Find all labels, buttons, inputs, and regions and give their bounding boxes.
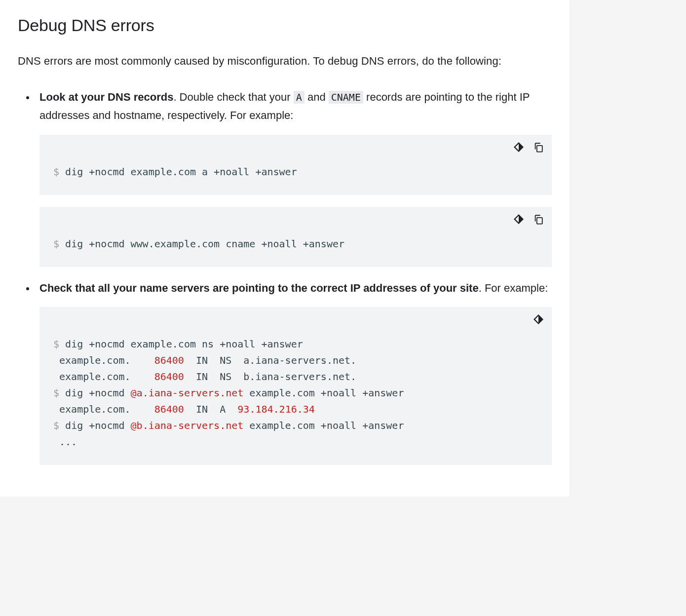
- copy-icon[interactable]: [532, 141, 545, 154]
- code-line: dig +nocmd example.com ns +noall +answer: [59, 338, 303, 350]
- code-output: IN NS b.iana-servers.net.: [184, 371, 356, 383]
- shell-prompt: $: [53, 166, 59, 178]
- page-title: Debug DNS errors: [18, 0, 552, 35]
- steps-list: Look at your DNS records. Double check t…: [18, 88, 552, 465]
- step-2: Check that all your name servers are poi…: [36, 279, 552, 465]
- step-1-text-b: and: [305, 91, 329, 103]
- code-output: example.com.: [53, 371, 154, 383]
- theme-toggle-icon[interactable]: [512, 213, 525, 226]
- step-1-bold: Look at your DNS records: [39, 91, 173, 103]
- code-line: dig +nocmd: [59, 387, 131, 399]
- code-block-3: $ dig +nocmd example.com ns +noall +answ…: [39, 307, 552, 465]
- code-output: IN NS a.iana-servers.net.: [184, 354, 356, 366]
- code-number: 86400: [154, 354, 184, 366]
- shell-prompt: $: [53, 338, 59, 350]
- code-block-2: $ dig +nocmd www.example.com cname +noal…: [39, 207, 552, 267]
- shell-prompt: $: [53, 238, 59, 250]
- code-ip: 93.184.216.34: [237, 403, 315, 415]
- code-block-1: $ dig +nocmd example.com a +noall +answe…: [39, 135, 552, 195]
- code-host: @a.iana-servers.net: [131, 387, 244, 399]
- code-number: 86400: [154, 371, 184, 383]
- theme-toggle-icon[interactable]: [532, 313, 545, 326]
- code-output: example.com.: [53, 403, 154, 415]
- code-line: example.com +noall +answer: [243, 420, 404, 431]
- copy-icon[interactable]: [532, 213, 545, 226]
- code-number: 86400: [154, 403, 184, 415]
- code-line: dig +nocmd example.com a +noall +answer: [59, 166, 297, 178]
- intro-text: DNS errors are most commonly caused by m…: [18, 53, 552, 70]
- step-2-bold: Check that all your name servers are poi…: [39, 282, 479, 294]
- inline-code-cname: CNAME: [329, 91, 363, 104]
- code-actions: [512, 141, 545, 154]
- code-output: ...: [53, 436, 77, 448]
- step-1: Look at your DNS records. Double check t…: [36, 88, 552, 267]
- code-output: example.com.: [53, 354, 154, 366]
- doc-content: Debug DNS errors DNS errors are most com…: [0, 0, 570, 465]
- code-actions: [532, 313, 545, 326]
- step-2-text: . For example:: [479, 282, 548, 294]
- theme-toggle-icon[interactable]: [512, 141, 525, 154]
- shell-prompt: $: [53, 387, 59, 399]
- code-line: example.com +noall +answer: [243, 387, 404, 399]
- step-1-text-a: . Double check that your: [173, 91, 293, 103]
- code-host: @b.iana-servers.net: [131, 420, 244, 431]
- svg-rect-1: [537, 217, 542, 224]
- code-line: dig +nocmd www.example.com cname +noall …: [59, 238, 344, 250]
- shell-prompt: $: [53, 420, 59, 431]
- code-actions: [512, 213, 545, 226]
- code-output: IN A: [184, 403, 237, 415]
- doc-page: Debug DNS errors DNS errors are most com…: [0, 0, 570, 497]
- code-line: dig +nocmd: [59, 420, 131, 431]
- inline-code-a: A: [294, 91, 305, 104]
- svg-rect-0: [537, 145, 542, 152]
